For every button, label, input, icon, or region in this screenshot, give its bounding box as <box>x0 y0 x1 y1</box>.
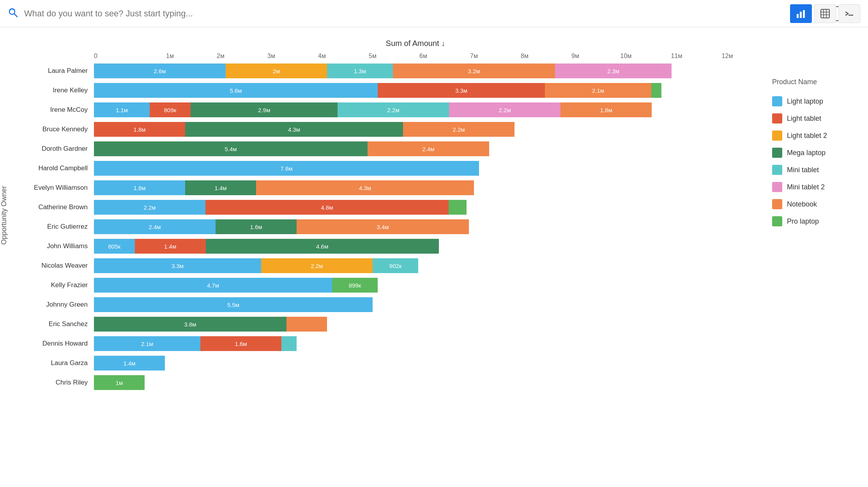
chart-row: Catherine Brown2.2м4.8м <box>8 198 753 216</box>
legend-item-label: Light tablet <box>787 115 821 123</box>
bar-container: 5.6м3.3м2.1м <box>94 83 661 98</box>
x-axis: 01м2м3м4м5м6м7м8м9м10м11м12м <box>94 53 753 60</box>
bar-segment: 4.3м <box>256 180 474 195</box>
bar-segment: 899к <box>332 278 378 293</box>
legend-color-box <box>772 131 782 141</box>
row-label: Johnny Green <box>8 301 94 309</box>
x-tick-0: 0 <box>94 53 145 60</box>
table-view-button[interactable] <box>814 4 836 23</box>
legend-item-label: Notebook <box>787 200 817 208</box>
chart-row: Eric Gutierrez2.4м1.6м3.4м <box>8 218 753 236</box>
bar-container: 2.4м1.6м3.4м <box>94 219 469 234</box>
legend-item: Mega laptop <box>772 148 862 158</box>
svg-rect-4 <box>797 14 799 18</box>
chart-row: Nicolas Weaver3.3м2.2м902к <box>8 257 753 275</box>
console-view-button[interactable] <box>838 4 860 23</box>
row-label: Doroth Gardner <box>8 145 94 153</box>
row-label: Irene McCoy <box>8 106 94 114</box>
legend-item-label: Mini tablet 2 <box>787 183 825 191</box>
bar-segment <box>286 317 327 332</box>
x-tick-2: 2м <box>195 53 246 60</box>
chart-row: Dennis Howard2.1м1.6м <box>8 335 753 353</box>
row-label: Evelyn Williamson <box>8 184 94 192</box>
row-label: Eric Sanchez <box>8 320 94 328</box>
legend-color-box <box>772 113 782 124</box>
bar-container: 1.8м4.3м2.2м <box>94 122 514 137</box>
y-axis-label: Opportunity Owner <box>0 39 8 392</box>
bar-segment: 5.6м <box>94 83 378 98</box>
bar-segment: 2.6м <box>94 64 226 78</box>
legend-item: Light laptop <box>772 96 862 106</box>
row-label: Nicolas Weaver <box>8 262 94 270</box>
bar-segment <box>651 83 661 98</box>
bar-segment: 2.2м <box>449 102 560 117</box>
bar-segment: 1.8м <box>94 180 185 195</box>
search-icon <box>8 7 19 20</box>
row-label: Laura Palmer <box>8 67 94 75</box>
chart-row: Bruce Kennedy1.8м4.3м2.2м <box>8 120 753 138</box>
main-content: Opportunity Owner Sum of Amount ↓ 01м2м3… <box>0 27 868 399</box>
bar-segment: 809к <box>150 102 191 117</box>
bar-segment: 902к <box>373 258 418 273</box>
row-label: Chris Riley <box>8 379 94 386</box>
chart-row: Doroth Gardner5.4м2.4м <box>8 140 753 158</box>
bar-segment: 1.6м <box>200 336 281 351</box>
bar-segment: 1.1м <box>94 102 150 117</box>
chart-row: Kelly Frazier4.7м899к <box>8 276 753 294</box>
x-tick-3: 3м <box>246 53 297 60</box>
chart-row: Laura Garza1.4м <box>8 354 753 372</box>
row-label: Dennis Howard <box>8 340 94 348</box>
legend-item-label: Light tablet 2 <box>787 132 827 140</box>
bar-container: 7.6м <box>94 161 479 176</box>
bar-segment: 2.3м <box>555 64 672 78</box>
chart-row: Irene McCoy1.1м809к2.9м2.2м2.2м1.8м <box>8 101 753 119</box>
bar-container: 1м <box>94 375 145 390</box>
bar-segment: 4.3м <box>185 122 403 137</box>
bar-container: 5.4м2.4м <box>94 141 489 156</box>
bar-segment: 2.2м <box>94 200 205 215</box>
legend-items: Light laptopLight tabletLight tablet 2Me… <box>772 96 862 226</box>
legend-color-box <box>772 182 782 192</box>
x-tick-10: 10м <box>601 53 651 60</box>
x-tick-1: 1м <box>145 53 195 60</box>
x-tick-11: 11м <box>651 53 702 60</box>
legend-item: Light tablet <box>772 113 862 124</box>
bar-container: 2.2м4.8м <box>94 200 467 215</box>
legend-item-label: Mega laptop <box>787 149 826 157</box>
row-label: Irene Kelley <box>8 86 94 94</box>
legend-item-label: Mini tablet <box>787 166 819 174</box>
search-bar <box>0 0 868 27</box>
bar-segment: 2.4м <box>94 219 216 234</box>
bar-segment: 2.2м <box>403 122 514 137</box>
bar-segment <box>281 336 297 351</box>
bar-segment: 1.4м <box>135 239 206 254</box>
chart-title: Sum of Amount ↓ <box>78 39 753 48</box>
chart-view-button[interactable] <box>790 4 812 23</box>
toolbar-right <box>790 4 860 23</box>
chart-row: John Williams805к1.4м4.6м <box>8 237 753 255</box>
chart-row: Harold Campbell7.6м <box>8 159 753 177</box>
legend: Product Name Light laptopLight tabletLig… <box>753 39 862 392</box>
chart-row: Eric Sanchez3.8м <box>8 315 753 333</box>
svg-rect-5 <box>800 12 802 18</box>
bar-container: 2.6м2м1.3м3.2м2.3м <box>94 64 672 78</box>
row-label: Harold Campbell <box>8 164 94 172</box>
bar-container: 1.4м <box>94 356 165 371</box>
bar-segment: 4.7м <box>94 278 332 293</box>
x-tick-9: 9м <box>550 53 601 60</box>
bar-segment: 2м <box>226 64 327 78</box>
row-label: Kelly Frazier <box>8 281 94 289</box>
x-tick-8: 8м <box>499 53 550 60</box>
bar-segment: 1.6м <box>216 219 297 234</box>
row-label: Eric Gutierrez <box>8 223 94 231</box>
bar-segment: 1.3м <box>327 64 393 78</box>
bar-segment: 2.2м <box>261 258 373 273</box>
legend-item: Mini tablet 2 <box>772 182 862 192</box>
bar-container: 805к1.4м4.6м <box>94 239 439 254</box>
bar-segment: 2.4м <box>368 141 489 156</box>
legend-title: Product Name <box>772 78 862 86</box>
row-label: Bruce Kennedy <box>8 125 94 133</box>
legend-color-box <box>772 199 782 209</box>
chart-row: Chris Riley1м <box>8 374 753 392</box>
search-input[interactable] <box>24 9 834 19</box>
